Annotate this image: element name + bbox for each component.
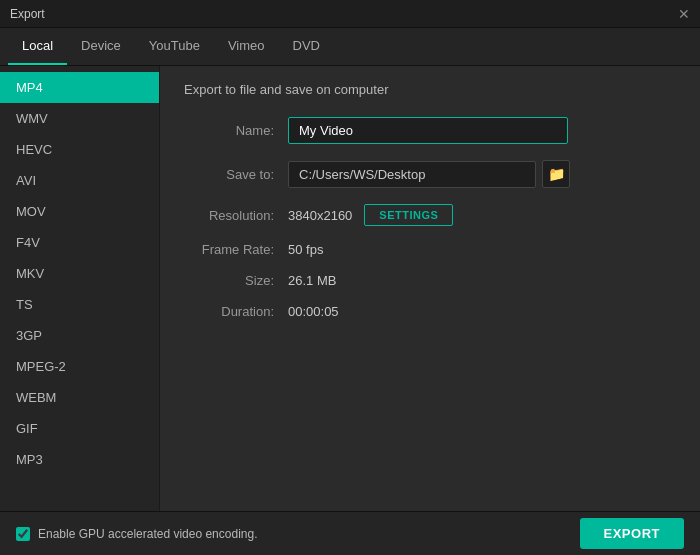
sidebar-item-mp4[interactable]: MP4: [0, 72, 159, 103]
sidebar-item-mp3[interactable]: MP3: [0, 444, 159, 475]
sidebar-item-f4v[interactable]: F4V: [0, 227, 159, 258]
sidebar-item-ts[interactable]: TS: [0, 289, 159, 320]
frame-rate-label: Frame Rate:: [184, 242, 274, 257]
duration-value: 00:00:05: [288, 304, 339, 319]
tab-local[interactable]: Local: [8, 28, 67, 65]
folder-icon: 📁: [548, 166, 565, 182]
tab-bar: LocalDeviceYouTubeVimeoDVD: [0, 28, 700, 66]
footer-bar: Enable GPU accelerated video encoding. E…: [0, 511, 700, 555]
export-button[interactable]: EXPORT: [580, 518, 684, 549]
path-input[interactable]: [288, 161, 536, 188]
tab-device[interactable]: Device: [67, 28, 135, 65]
gpu-checkbox[interactable]: [16, 527, 30, 541]
frame-rate-value: 50 fps: [288, 242, 323, 257]
sidebar-item-gif[interactable]: GIF: [0, 413, 159, 444]
name-label: Name:: [184, 123, 274, 138]
sidebar-item-avi[interactable]: AVI: [0, 165, 159, 196]
name-input[interactable]: [288, 117, 568, 144]
resolution-value: 3840x2160: [288, 208, 352, 223]
tab-vimeo[interactable]: Vimeo: [214, 28, 279, 65]
title-bar: Export ✕: [0, 0, 700, 28]
gpu-label[interactable]: Enable GPU accelerated video encoding.: [16, 527, 257, 541]
sidebar-item-mov[interactable]: MOV: [0, 196, 159, 227]
sidebar-item-wmv[interactable]: WMV: [0, 103, 159, 134]
section-title: Export to file and save on computer: [184, 82, 676, 97]
content-area: Export to file and save on computer Name…: [160, 66, 700, 511]
folder-button[interactable]: 📁: [542, 160, 570, 188]
title-bar-title: Export: [10, 7, 45, 21]
duration-label: Duration:: [184, 304, 274, 319]
settings-button[interactable]: SETTINGS: [364, 204, 453, 226]
resolution-label: Resolution:: [184, 208, 274, 223]
sidebar-item-mpeg2[interactable]: MPEG-2: [0, 351, 159, 382]
sidebar: MP4WMVHEVCAVIMOVF4VMKVTS3GPMPEG-2WEBMGIF…: [0, 66, 160, 511]
tab-youtube[interactable]: YouTube: [135, 28, 214, 65]
sidebar-item-mkv[interactable]: MKV: [0, 258, 159, 289]
tab-dvd[interactable]: DVD: [279, 28, 334, 65]
size-label: Size:: [184, 273, 274, 288]
sidebar-item-3gp[interactable]: 3GP: [0, 320, 159, 351]
sidebar-item-hevc[interactable]: HEVC: [0, 134, 159, 165]
save-to-label: Save to:: [184, 167, 274, 182]
size-value: 26.1 MB: [288, 273, 336, 288]
sidebar-item-webm[interactable]: WEBM: [0, 382, 159, 413]
gpu-label-text: Enable GPU accelerated video encoding.: [38, 527, 257, 541]
close-button[interactable]: ✕: [678, 7, 690, 21]
